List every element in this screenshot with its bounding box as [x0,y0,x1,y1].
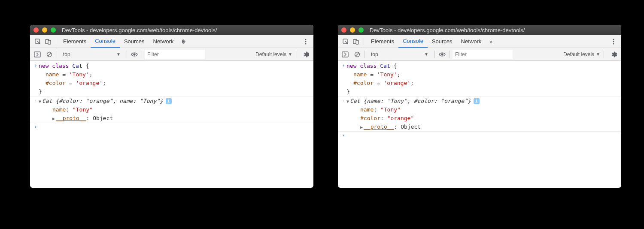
tab-elements[interactable]: Elements [59,35,91,48]
info-badge-icon[interactable]: i [474,98,480,104]
console-toolbar: top ▼ Default levels ▼ [338,48,621,61]
tab-console[interactable]: Console [398,35,428,48]
console-output-row[interactable]: ‹ ▼Cat {#color: "orange", name: "Tony"}i [30,97,313,105]
device-toolbar-icon[interactable] [351,35,361,48]
code-line: new class Cat { [39,62,311,70]
svg-rect-6 [34,52,40,57]
console-prompt-row[interactable]: › [30,123,313,130]
devtools-tabbar: Elements Console Sources Network » [30,35,313,48]
tab-elements[interactable]: Elements [367,35,398,48]
dropdown-icon: ▼ [424,52,428,57]
more-tabs-icon[interactable]: » [486,35,496,48]
object-property-row[interactable]: #color: "orange" [338,114,621,123]
eye-icon[interactable] [437,50,447,59]
code-line: new class Cat { [346,62,619,70]
maximize-window-button[interactable] [51,27,56,33]
object-property-row[interactable]: name: "Tony" [338,105,621,114]
svg-rect-2 [48,40,51,44]
dropdown-icon: ▼ [596,52,600,57]
svg-point-15 [613,43,614,44]
log-levels-selector[interactable]: Default levels ▼ [562,51,601,57]
tab-console[interactable]: Console [91,35,120,48]
traffic-lights [33,27,56,33]
tab-network[interactable]: Network [149,35,178,48]
close-window-button[interactable] [33,27,39,33]
window-titlebar[interactable]: DevTools - developers.google.com/web/too… [338,25,621,35]
svg-line-18 [355,53,359,56]
expand-arrow-icon[interactable]: ▼ [39,98,41,105]
device-toolbar-icon[interactable] [43,35,53,48]
sidebar-toggle-icon[interactable] [33,50,42,59]
separator [56,38,56,45]
context-label: top [63,51,70,57]
console-input-row: } [338,87,621,96]
svg-line-8 [48,53,51,56]
sidebar-toggle-icon[interactable] [340,50,350,59]
separator [364,38,364,45]
console-body[interactable]: › new class Cat { name = 'Tony'; #color … [30,61,313,130]
separator [142,51,142,58]
settings-gear-icon[interactable] [301,50,311,59]
minimize-window-button[interactable] [42,27,47,33]
levels-label: Default levels [255,51,286,57]
kebab-menu-icon[interactable] [608,35,619,48]
window-title: DevTools - developers.google.com/web/too… [370,27,525,33]
expand-arrow-icon[interactable]: ▼ [346,98,349,105]
inspect-icon[interactable] [33,35,43,48]
object-property-row[interactable]: ▶__proto__: Object [30,114,313,123]
object-property-row[interactable]: ▶__proto__: Object [338,123,621,132]
console-input-row: } [30,87,313,96]
kebab-menu-icon[interactable] [301,35,311,48]
console-toolbar: top ▼ Default levels ▼ [30,48,313,61]
object-property-row[interactable]: name: "Tony" [30,105,313,114]
settings-gear-icon[interactable] [609,50,619,59]
svg-rect-16 [342,52,348,57]
context-selector[interactable]: top ▼ [368,50,432,59]
tab-sources[interactable]: Sources [428,35,457,48]
info-badge-icon[interactable]: i [166,98,172,104]
dropdown-icon: ▼ [288,52,292,57]
window-titlebar[interactable]: DevTools - developers.google.com/web/too… [30,25,313,35]
log-levels-selector[interactable]: Default levels ▼ [255,51,293,57]
separator [450,51,450,58]
close-window-button[interactable] [341,27,346,33]
eye-icon[interactable] [130,50,139,59]
window-title: DevTools - developers.google.com/web/too… [62,27,217,33]
clear-console-icon[interactable] [352,50,362,59]
context-selector[interactable]: top ▼ [60,50,124,59]
maximize-window-button[interactable] [358,27,364,33]
console-output-row[interactable]: ‹ ▼Cat {name: "Tony", #color: "orange"}i [338,97,621,105]
svg-point-19 [441,54,443,55]
output-icon: ‹ [340,97,346,105]
code-line: #color = 'orange'; [39,79,311,87]
separator [57,51,57,58]
console-body[interactable]: › new class Cat { name = 'Tony'; #color … [338,61,621,139]
dropdown-icon: ▼ [116,52,121,57]
separator [604,51,604,58]
devtools-window: DevTools - developers.google.com/web/too… [338,25,621,188]
code-line: } [39,87,311,96]
filter-input[interactable] [145,50,205,59]
code-line: } [346,87,619,96]
console-prompt-row[interactable]: › [338,132,621,139]
clear-console-icon[interactable] [45,50,54,59]
minimize-window-button[interactable] [350,27,355,33]
code-line: #color = 'orange'; [346,79,619,87]
tab-sources[interactable]: Sources [120,35,149,48]
inspect-icon[interactable] [340,35,351,48]
devtools-window: DevTools - developers.google.com/web/too… [30,25,313,188]
console-input-row: #color = 'orange'; [30,79,313,87]
filter-input[interactable] [453,50,513,59]
expand-arrow-icon[interactable]: ▶ [52,115,55,122]
console-input-row: #color = 'orange'; [338,79,621,87]
more-tabs-icon[interactable]: » [178,35,188,48]
svg-point-13 [613,39,614,40]
object-summary: ▼Cat {name: "Tony", #color: "orange"}i [346,97,619,105]
expand-arrow-icon[interactable]: ▶ [360,124,363,131]
tab-network[interactable]: Network [457,35,486,48]
code-line: name = 'Tony'; [39,70,311,79]
svg-point-4 [305,41,307,42]
svg-point-14 [613,41,614,42]
console-input-row: name = 'Tony'; [338,70,621,79]
separator [127,51,127,58]
